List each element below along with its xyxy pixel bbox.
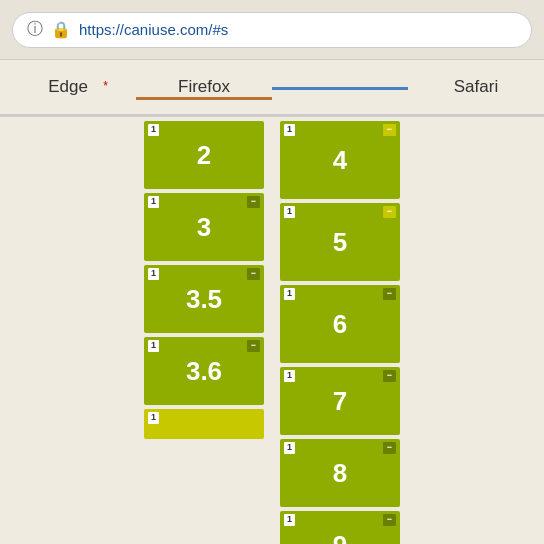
version-number: 9 [333, 530, 347, 545]
firefox-vsmall[interactable]: 1 [144, 409, 264, 439]
badge-minus: − [383, 370, 396, 382]
version-number: 5 [333, 227, 347, 258]
firefox-v2[interactable]: 1 2 [144, 121, 264, 189]
address-bar[interactable]: ⓘ 🔒 https://caniuse.com/#s [12, 12, 532, 48]
col-header-safari: Safari [408, 77, 544, 97]
chrome-v5[interactable]: 1 5 − [280, 203, 400, 281]
col-header-firefox-label: Firefox [178, 77, 230, 96]
version-number: 3.6 [186, 356, 222, 387]
badge-num: 1 [148, 196, 159, 208]
badge-num: 1 [148, 124, 159, 136]
badge-num: 1 [284, 124, 295, 136]
url-protocol: https:// [79, 21, 124, 38]
grid-area: 1 2 1 3 − 1 3.5 − 1 3.6 − 1 1 4 − 1 [0, 117, 544, 544]
chrome-v8[interactable]: 1 8 − [280, 439, 400, 507]
version-number: 4 [333, 145, 347, 176]
lock-icon: 🔒 [51, 20, 71, 39]
badge-minus: − [247, 340, 260, 352]
chrome-v4[interactable]: 1 4 − [280, 121, 400, 199]
url-domain: caniuse.com/#s [124, 21, 228, 38]
firefox-v36[interactable]: 1 3.6 − [144, 337, 264, 405]
badge-num: 1 [148, 412, 159, 424]
version-number: 8 [333, 458, 347, 489]
badge-minus: − [383, 514, 396, 526]
badge-num: 1 [284, 442, 295, 454]
col-firefox: 1 2 1 3 − 1 3.5 − 1 3.6 − 1 [136, 117, 272, 544]
badge-num: 1 [284, 370, 295, 382]
version-number: 7 [333, 386, 347, 417]
col-edge [0, 117, 136, 544]
badge-num: 1 [148, 268, 159, 280]
version-number: 2 [197, 140, 211, 171]
badge-num: 1 [284, 514, 295, 526]
version-number: 3.5 [186, 284, 222, 315]
browser-bar: ⓘ 🔒 https://caniuse.com/#s [0, 0, 544, 60]
url-text: https://caniuse.com/#s [79, 21, 228, 38]
firefox-v3[interactable]: 1 3 − [144, 193, 264, 261]
col-safari [408, 117, 544, 544]
col-header-edge-label: Edge [48, 77, 88, 96]
chrome-v9[interactable]: 1 9 − [280, 511, 400, 544]
col-header-firefox: Firefox [136, 77, 272, 100]
col-chrome: 1 4 − 1 5 − 1 6 − 1 7 − 1 8 − 1 9 − [272, 117, 408, 544]
badge-num: 1 [148, 340, 159, 352]
col-header-chrome [272, 87, 408, 90]
badge-minus: − [383, 442, 396, 454]
badge-minus: − [383, 206, 396, 218]
col-header-edge: Edge * [0, 77, 136, 97]
chrome-v7[interactable]: 1 7 − [280, 367, 400, 435]
badge-minus: − [247, 196, 260, 208]
chrome-v6[interactable]: 1 6 − [280, 285, 400, 363]
badge-minus: − [247, 268, 260, 280]
firefox-v35[interactable]: 1 3.5 − [144, 265, 264, 333]
badge-minus: − [383, 288, 396, 300]
info-icon: ⓘ [27, 19, 43, 40]
version-number: 3 [197, 212, 211, 243]
badge-num: 1 [284, 288, 295, 300]
badge-num: 1 [284, 206, 295, 218]
version-number: 6 [333, 309, 347, 340]
column-headers: Edge * Firefox Safari [0, 60, 544, 117]
col-header-safari-label: Safari [454, 77, 498, 96]
badge-minus: − [383, 124, 396, 136]
edge-star: * [103, 79, 108, 93]
